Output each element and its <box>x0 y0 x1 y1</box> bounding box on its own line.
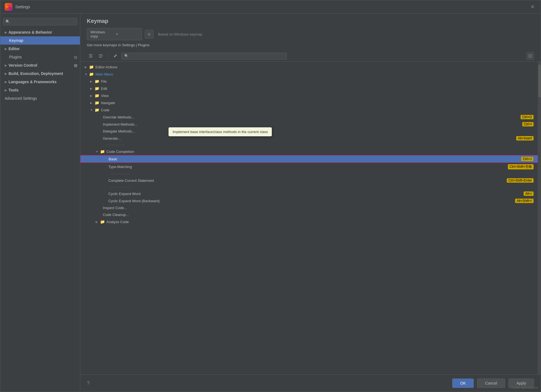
tree-label: Override Methods... <box>103 115 518 119</box>
keymap-toolbar: 🔍 <box>80 50 541 62</box>
folder-icon: 📁 <box>95 108 99 112</box>
folder-icon: 📁 <box>95 79 99 83</box>
keymap-dropdown[interactable]: Windows copy ▼ <box>87 28 142 40</box>
tree-item-navigate[interactable]: ▶ 📁 Navigate <box>80 99 538 106</box>
keymap-selector-row: Windows copy ▼ ⚙ Based on Windows keymap <box>87 28 534 40</box>
chevron-right-icon: ▶ <box>90 87 93 90</box>
shortcut-badge: Ctrl+Shift+Enter <box>507 178 534 183</box>
main-header: Keymap Windows copy ▼ ⚙ Based on Windows… <box>80 13 541 50</box>
chevron-down-icon: ▼ <box>85 73 88 76</box>
sidebar: 🔍 ▶ Appearance & Behavior Keymap ▶ Edito… <box>0 13 80 392</box>
sidebar-item-version-control[interactable]: ▶ Version Control ▤ <box>0 61 80 69</box>
edit-shortcut-button[interactable] <box>111 52 119 60</box>
tree-item-generate[interactable]: ▶ Generate... Alt+Insert <box>80 135 538 142</box>
sidebar-item-plugins[interactable]: Plugins ▤ <box>0 53 80 61</box>
tree-item-delegate-methods[interactable]: ▶ Delegate Methods... Implement base int… <box>80 128 538 135</box>
chevron-right-icon: ▶ <box>96 220 99 223</box>
tree-item-code[interactable]: ▼ 📁 Code <box>80 106 538 113</box>
tree-label: Code Cleanup... <box>103 213 534 217</box>
sidebar-keymap-label: Keymap <box>9 38 23 43</box>
keymap-tree[interactable]: ▶ 📁 Editor Actions ▼ 📁 Main Menu <box>80 62 538 374</box>
tree-item-editor-actions[interactable]: ▶ 📁 Editor Actions <box>80 63 538 71</box>
close-button[interactable]: ✕ <box>529 3 536 11</box>
sidebar-item-build[interactable]: ▶ Build, Execution, Deployment <box>0 69 80 78</box>
folder-icon: 📁 <box>100 149 105 154</box>
svg-rect-7 <box>99 54 102 55</box>
chevron-down-icon: ▼ <box>90 109 93 112</box>
tree-label: Code Completion <box>106 150 534 154</box>
sidebar-lang-label: Languages & Frameworks <box>9 80 57 84</box>
scrollbar[interactable] <box>538 62 541 374</box>
tree-label: Generate... <box>103 136 514 140</box>
tree-label: Complete Current Statement <box>108 179 505 183</box>
tree-item-type-matching[interactable]: ▶ Type-Matching Ctrl+Shift+空格 <box>80 163 538 171</box>
sidebar-item-advanced[interactable]: Advanced Settings <box>0 94 80 102</box>
ok-button[interactable]: OK <box>452 379 474 388</box>
cancel-button[interactable]: Cancel <box>477 379 505 388</box>
main-content: Keymap Windows copy ▼ ⚙ Based on Windows… <box>80 13 541 392</box>
chevron-right-icon: ▶ <box>85 66 88 69</box>
tree-item-code-completion[interactable]: ▼ 📁 Code Completion <box>80 148 538 155</box>
search-icon: 🔍 <box>6 20 10 24</box>
tree-label: Editor Actions <box>95 65 534 69</box>
chevron-down-icon: ▼ <box>96 150 99 153</box>
shortcut-badge: Alt+Insert <box>516 136 534 140</box>
tree-item-complete-statement[interactable]: ▶ Complete Current Statement Ctrl+Shift+… <box>80 177 538 184</box>
tree-item-inspect-code[interactable]: ▶ Inspect Code... <box>80 204 538 211</box>
chevron-right-icon-3: ▶ <box>5 64 7 67</box>
tree-label: Analyze Code <box>106 220 534 224</box>
collapse-all-button[interactable] <box>97 52 105 60</box>
tree-label: Type-Matching <box>108 165 506 169</box>
get-more-text: Get more keymaps in Settings | Plugins <box>87 43 149 47</box>
search-magnifier-icon: 🔍 <box>124 54 128 58</box>
sidebar-item-tools[interactable]: ▶ Tools <box>0 86 80 94</box>
app-icon <box>5 3 12 11</box>
tree-item-cyclic-expand-bw[interactable]: ▶ Cyclic Expand Word (Backward) Alt+Shif… <box>80 197 538 204</box>
tree-item-edit[interactable]: ▶ 📁 Edit <box>80 85 538 92</box>
sidebar-item-appearance[interactable]: ▶ Appearance & Behavior <box>0 28 80 36</box>
tree-item-file[interactable]: ▶ 📁 File <box>80 78 538 85</box>
svg-rect-9 <box>99 57 102 58</box>
sidebar-search-container[interactable]: 🔍 <box>3 18 77 25</box>
shortcut-badge: Alt+/ <box>524 191 534 196</box>
folder-icon: 📁 <box>100 220 105 224</box>
sidebar-search-input[interactable] <box>12 20 75 24</box>
sidebar-editor-label: Editor <box>9 47 20 51</box>
folder-icon: 📁 <box>95 93 99 98</box>
tree-item-separator-3: ------------ <box>80 184 538 190</box>
tree-item-cyclic-expand[interactable]: ▶ Cyclic Expand Word Alt+/ <box>80 190 538 197</box>
tree-label: Cyclic Expand Word (Backward) <box>108 199 513 203</box>
chevron-right-icon-2: ▶ <box>5 47 7 50</box>
folder-icon: 📁 <box>89 65 94 69</box>
keymap-gear-button[interactable]: ⚙ <box>145 30 154 39</box>
get-more-keymaps-link[interactable]: Get more keymaps in Settings | Plugins <box>87 43 149 47</box>
tree-item-main-menu[interactable]: ▼ 📁 Main Menu <box>80 71 538 78</box>
tree-scroll-area: ▶ 📁 Editor Actions ▼ 📁 Main Menu <box>80 62 541 374</box>
tree-item-analyze-code[interactable]: ▶ 📁 Analyze Code <box>80 218 538 225</box>
svg-point-0 <box>6 6 8 8</box>
find-action-button[interactable] <box>526 52 534 60</box>
footer: ? OK Cancel Apply <box>80 374 541 392</box>
help-button[interactable]: ? <box>87 380 90 386</box>
sidebar-item-keymap[interactable]: Keymap <box>0 36 80 45</box>
based-on-text: Based on Windows keymap <box>158 32 202 36</box>
keymap-search-input[interactable] <box>130 54 284 58</box>
settings-window: Settings ✕ 🔍 ▶ Appearance & Behavior Key… <box>0 0 541 392</box>
tree-item-code-cleanup[interactable]: ▶ Code Cleanup... <box>80 211 538 218</box>
page-title: Keymap <box>87 18 534 24</box>
folder-icon: 📁 <box>95 86 99 91</box>
svg-marker-6 <box>92 55 93 57</box>
tree-item-view[interactable]: ▶ 📁 View <box>80 92 538 99</box>
chevron-right-icon-4: ▶ <box>5 72 7 75</box>
shortcut-badge: Ctrl+I <box>522 122 534 126</box>
keymap-search-box[interactable]: 🔍 <box>121 53 287 60</box>
sidebar-item-languages[interactable]: ▶ Languages & Frameworks <box>0 78 80 86</box>
folder-icon: 📁 <box>95 101 99 105</box>
tree-item-basic[interactable]: ▶ Basic Ctrl+J <box>80 155 538 163</box>
tree-item-override-methods[interactable]: ▶ Override Methods... Ctrl+O <box>80 113 538 121</box>
sidebar-item-editor[interactable]: ▶ Editor <box>0 45 80 53</box>
expand-all-button[interactable] <box>87 52 95 60</box>
sidebar-plugins-label: Plugins <box>9 55 22 59</box>
tree-item-implement-methods[interactable]: ▶ Implement Methods... Ctrl+I <box>80 121 538 128</box>
tree-label: Inspect Code... <box>103 206 534 210</box>
